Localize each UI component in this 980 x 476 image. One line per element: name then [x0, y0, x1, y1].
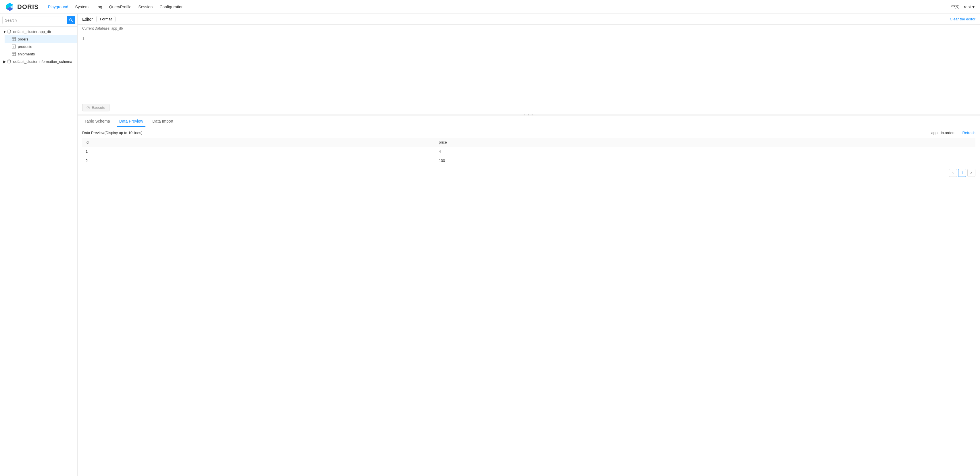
- prev-page-button[interactable]: <: [949, 169, 957, 177]
- data-preview-right: app_db.orders Refresh: [931, 131, 975, 135]
- table-row: 2 100: [82, 156, 975, 165]
- nav-menu: Playground System Log QueryProfile Sessi…: [48, 3, 951, 10]
- svg-point-17: [8, 60, 11, 61]
- nav-session[interactable]: Session: [138, 3, 153, 10]
- database-icon-info-schema: [7, 59, 11, 64]
- expand-icon-app-db: ▼: [2, 29, 7, 34]
- execute-play-icon: [86, 106, 90, 109]
- sidebar-item-products[interactable]: products: [5, 43, 77, 50]
- table-icon: [12, 44, 16, 49]
- editor-area[interactable]: 1: [78, 32, 980, 101]
- bottom-section: Table Schema Data Preview Data Import Da…: [78, 116, 980, 476]
- main-layout: ▼ default_cluster:app_db: [0, 14, 980, 476]
- bottom-tabs: Table Schema Data Preview Data Import: [78, 116, 980, 127]
- page-1-button[interactable]: 1: [958, 169, 966, 177]
- tab-data-import[interactable]: Data Import: [150, 116, 176, 127]
- col-header-id: id: [82, 138, 435, 147]
- svg-point-5: [70, 19, 72, 21]
- navbar: DORIS Playground System Log QueryProfile…: [0, 0, 980, 14]
- nav-log[interactable]: Log: [95, 3, 102, 10]
- svg-marker-19: [88, 107, 89, 108]
- next-page-button[interactable]: >: [967, 169, 975, 177]
- svg-rect-11: [12, 45, 16, 48]
- nav-configuration[interactable]: Configuration: [159, 3, 183, 10]
- user-menu[interactable]: root ▼: [964, 5, 975, 9]
- current-database-label: Current Database: app_db: [78, 25, 980, 32]
- search-icon: [69, 18, 73, 22]
- table-icon-shipments: [11, 52, 16, 56]
- clear-editor-button[interactable]: Clear the editor: [950, 17, 975, 21]
- table-icon: [12, 37, 16, 41]
- pagination: < 1 >: [82, 165, 975, 180]
- language-switcher[interactable]: 中文: [951, 4, 959, 10]
- logo-text: DORIS: [17, 3, 39, 11]
- cell-id-2: 2: [82, 156, 435, 165]
- db-icon-2: [7, 59, 11, 63]
- table-icon-products: [11, 44, 16, 49]
- shipments-expand: [7, 52, 11, 56]
- svg-rect-14: [12, 52, 16, 56]
- data-preview-content: Data Preview(Display up to 10 lines) app…: [78, 127, 980, 476]
- sidebar-tree: ▼ default_cluster:app_db: [0, 27, 77, 66]
- search-bar: [0, 14, 77, 27]
- main-content: Editor Format Clear the editor Current D…: [78, 14, 980, 476]
- database-icon-app-db: [7, 29, 11, 34]
- format-button[interactable]: Format: [96, 16, 116, 22]
- table-icon-orders: [11, 37, 16, 41]
- table-row: 1 4: [82, 147, 975, 156]
- svg-point-7: [8, 30, 11, 31]
- sidebar: ▼ default_cluster:app_db: [0, 14, 78, 476]
- editor-section: Editor Format Clear the editor Current D…: [78, 14, 980, 114]
- tab-data-preview[interactable]: Data Preview: [117, 116, 145, 127]
- svg-line-6: [72, 21, 73, 22]
- app-db-children: orders products: [5, 35, 77, 58]
- nav-playground[interactable]: Playground: [48, 3, 68, 10]
- orders-expand: [7, 37, 11, 41]
- nav-queryprofile[interactable]: QueryProfile: [109, 3, 132, 10]
- resizer[interactable]: • • •: [78, 114, 980, 116]
- refresh-button[interactable]: Refresh: [962, 131, 975, 135]
- sidebar-item-information-schema[interactable]: ▶ default_cluster:information_schema: [0, 58, 77, 65]
- sidebar-item-orders[interactable]: orders: [5, 35, 77, 43]
- orders-label: orders: [18, 37, 29, 41]
- products-expand: [7, 44, 11, 49]
- cell-price-2: 100: [435, 156, 975, 165]
- data-preview-table: id price 1 4 2 100: [82, 138, 975, 165]
- sidebar-item-app-db[interactable]: ▼ default_cluster:app_db: [0, 28, 77, 35]
- execute-button[interactable]: Execute: [82, 104, 110, 111]
- expand-icon-info-schema: ▶: [2, 59, 7, 64]
- logo: DORIS: [5, 2, 39, 12]
- app-db-label: default_cluster:app_db: [13, 30, 51, 34]
- doris-logo-icon: [5, 2, 15, 12]
- search-button[interactable]: [67, 16, 75, 24]
- col-header-price: price: [435, 138, 975, 147]
- editor-header: Editor Format Clear the editor: [78, 14, 980, 25]
- svg-rect-8: [12, 37, 16, 41]
- tab-editor[interactable]: Editor: [82, 16, 93, 22]
- cell-price-1: 4: [435, 147, 975, 156]
- table-body: 1 4 2 100: [82, 147, 975, 165]
- cell-id-1: 1: [82, 147, 435, 156]
- execute-bar: Execute: [78, 101, 980, 114]
- data-preview-table-name: app_db.orders: [931, 131, 956, 135]
- table-header: id price: [82, 138, 975, 147]
- search-input[interactable]: [2, 16, 67, 24]
- data-preview-description: Data Preview(Display up to 10 lines): [82, 131, 143, 135]
- data-preview-header: Data Preview(Display up to 10 lines) app…: [82, 127, 975, 138]
- editor-tabs: Editor Format: [82, 16, 116, 22]
- shipments-label: shipments: [18, 52, 35, 56]
- sidebar-item-shipments[interactable]: shipments: [5, 50, 77, 58]
- table-icon: [12, 52, 16, 56]
- information-schema-label: default_cluster:information_schema: [13, 59, 72, 64]
- db-icon: [7, 30, 11, 33]
- navbar-right: 中文 root ▼: [951, 4, 975, 10]
- products-label: products: [18, 44, 32, 49]
- tab-table-schema[interactable]: Table Schema: [82, 116, 112, 127]
- line-number-1: 1: [82, 37, 84, 41]
- nav-system[interactable]: System: [75, 3, 89, 10]
- editor-content: 1: [82, 35, 975, 43]
- table-header-row: id price: [82, 138, 975, 147]
